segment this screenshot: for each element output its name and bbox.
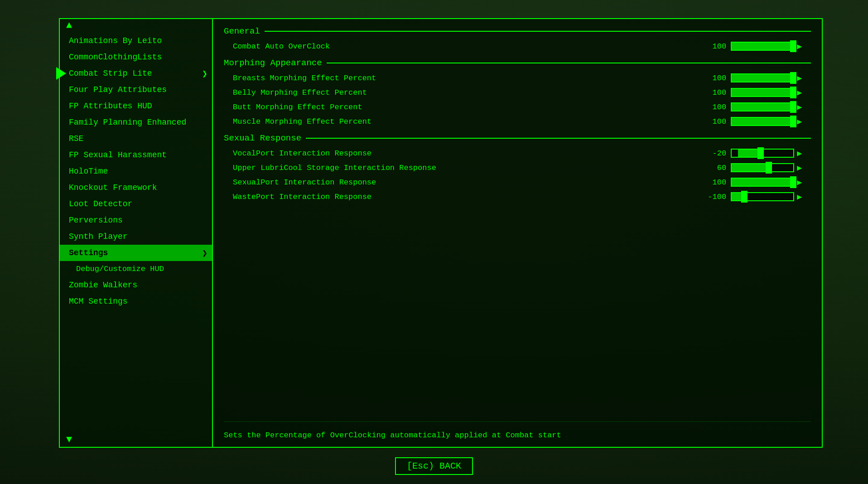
sidebar-item-mcm-settings[interactable]: MCM Settings [60, 293, 212, 310]
setting-value-combat-overclock: 100 [704, 42, 726, 51]
setting-value-sexual-port: 100 [704, 178, 726, 187]
slider-track-lubri-cool[interactable] [731, 163, 794, 172]
slider-combat-overclock[interactable]: ▶ [731, 41, 802, 51]
slider-thumb-muscle-morph [790, 116, 796, 127]
slider-track-breasts-morph[interactable] [731, 73, 794, 82]
setting-label-lubri-cool: Upper LubriCool Storage Interaction Resp… [233, 164, 699, 172]
slider-vocal-port[interactable]: ▶ [731, 148, 802, 158]
setting-row-vocal-port: VocalPort Interaction Response -20 ▶ [224, 146, 811, 160]
slider-thumb-combat-overclock [790, 40, 796, 52]
slider-lubri-cool[interactable]: ▶ [731, 163, 802, 173]
setting-value-muscle-morph: 100 [704, 117, 726, 126]
slider-breasts-morph[interactable]: ▶ [731, 73, 802, 83]
slider-arrow-right-breasts-morph: ▶ [797, 73, 802, 83]
slider-track-belly-morph[interactable] [731, 88, 794, 97]
setting-label-belly-morph: Belly Morphing Effect Percent [233, 88, 699, 97]
slider-fill-sexual-port [732, 179, 793, 186]
section-title-sexual-response: Sexual Response [224, 133, 301, 143]
section-title-morphing: Morphing Appearance [224, 58, 322, 68]
setting-row-breasts-morph: Breasts Morphing Effect Percent 100 ▶ [224, 71, 811, 85]
back-button[interactable]: [Esc) BACK [395, 457, 473, 475]
setting-value-lubri-cool: 60 [704, 164, 726, 172]
slider-arrow-right-combat-overclock: ▶ [797, 41, 802, 51]
sidebar-item-zombie-walkers[interactable]: Zombie Walkers [60, 277, 212, 293]
sidebar-item-four-play[interactable]: Four Play Attributes [60, 82, 212, 98]
slider-fill-belly-morph [732, 89, 793, 96]
setting-row-combat-overclock: Combat Auto OverClock 100 ▶ [224, 39, 811, 53]
setting-label-muscle-morph: Muscle Morphing Effect Percent [233, 117, 699, 126]
sidebar-item-common-clothing[interactable]: CommonClothingLists [60, 49, 212, 65]
slider-fill-combat-overclock [732, 43, 793, 50]
section-line-morphing [327, 63, 811, 63]
slider-track-muscle-morph[interactable] [731, 117, 794, 126]
sidebar-item-settings[interactable]: Settings [60, 245, 212, 261]
setting-label-butt-morph: Butt Morphing Effect Percent [233, 103, 699, 111]
slider-arrow-right-belly-morph: ▶ [797, 87, 802, 97]
slider-track-sexual-port[interactable] [731, 178, 794, 187]
slider-track-waste-port[interactable] [731, 192, 794, 201]
slider-thumb-vocal-port [757, 147, 764, 159]
section-header-morphing: Morphing Appearance [224, 58, 811, 68]
bottom-bar: [Esc) BACK [395, 457, 473, 475]
slider-thumb-butt-morph [790, 101, 796, 113]
slider-track-combat-overclock[interactable] [731, 42, 794, 51]
nav-items: Animations By Leito CommonClothingLists … [60, 33, 212, 433]
description-text: Sets the Percentage of OverClocking auto… [224, 426, 561, 444]
sidebar-item-animations[interactable]: Animations By Leito [60, 33, 212, 49]
slider-fill-breasts-morph [732, 74, 793, 82]
slider-arrow-right-muscle-morph: ▶ [797, 116, 802, 126]
sidebar-item-combat-strip[interactable]: Combat Strip Lite [60, 65, 212, 82]
setting-value-belly-morph: 100 [704, 88, 726, 97]
setting-label-waste-port: WastePort Interaction Response [233, 193, 699, 201]
setting-row-waste-port: WastePort Interaction Response -100 ▶ [224, 189, 811, 204]
slider-thumb-lubri-cool [766, 162, 772, 174]
section-title-general: General [224, 26, 260, 36]
scroll-down-arrow[interactable]: ▼ [60, 433, 212, 447]
right-panel: General Combat Auto OverClock 100 ▶ Morp… [213, 18, 823, 448]
slider-fill-lubri-cool [732, 164, 769, 171]
setting-row-butt-morph: Butt Morphing Effect Percent 100 ▶ [224, 100, 811, 114]
slider-thumb-sexual-port [790, 176, 796, 188]
slider-fill-butt-morph [732, 103, 793, 111]
slider-thumb-belly-morph [790, 87, 796, 98]
sidebar-item-debug-hud[interactable]: Debug/Customize HUD [60, 261, 212, 277]
setting-row-muscle-morph: Muscle Morphing Effect Percent 100 ▶ [224, 114, 811, 129]
slider-thumb-breasts-morph [790, 72, 796, 84]
slider-arrow-right-butt-morph: ▶ [797, 102, 802, 112]
sidebar-item-rse[interactable]: RSE [60, 131, 212, 147]
slider-arrow-right-lubri-cool: ▶ [797, 163, 802, 173]
cursor-arrow [56, 67, 66, 80]
slider-waste-port[interactable]: ▶ [731, 192, 802, 202]
slider-sexual-port[interactable]: ▶ [731, 177, 802, 187]
description-area: Sets the Percentage of OverClocking auto… [224, 421, 811, 440]
sidebar-item-fp-hud[interactable]: FP Attributes HUD [60, 98, 212, 114]
setting-value-vocal-port: -20 [704, 149, 726, 158]
slider-fill-muscle-morph [732, 118, 793, 125]
slider-track-vocal-port[interactable] [731, 149, 794, 158]
sidebar-item-family-planning[interactable]: Family Planning Enhanced [60, 114, 212, 131]
sidebar-item-loot-detector[interactable]: Loot Detector [60, 196, 212, 212]
setting-label-breasts-morph: Breasts Morphing Effect Percent [233, 74, 699, 82]
setting-label-combat-overclock: Combat Auto OverClock [233, 42, 699, 51]
slider-arrow-right-waste-port: ▶ [797, 192, 802, 202]
slider-arrow-right-vocal-port: ▶ [797, 148, 802, 158]
section-line-general [265, 31, 811, 32]
setting-label-vocal-port: VocalPort Interaction Response [233, 149, 699, 158]
sidebar-item-holo-time[interactable]: HoloTime [60, 163, 212, 179]
slider-butt-morph[interactable]: ▶ [731, 102, 802, 112]
sidebar-item-fp-harassment[interactable]: FP Sexual Harassment [60, 147, 212, 163]
slider-belly-morph[interactable]: ▶ [731, 87, 802, 97]
slider-track-butt-morph[interactable] [731, 102, 794, 111]
section-header-sexual-response: Sexual Response [224, 133, 811, 143]
setting-label-sexual-port: SexualPort Interaction Response [233, 178, 699, 187]
sidebar-item-knockout[interactable]: Knockout Framework [60, 179, 212, 196]
setting-value-butt-morph: 100 [704, 103, 726, 111]
scroll-up-arrow[interactable]: ▲ [60, 19, 212, 33]
slider-thumb-waste-port [741, 191, 747, 203]
sidebar-item-perversions[interactable]: Perversions [60, 212, 212, 228]
setting-row-lubri-cool: Upper LubriCool Storage Interaction Resp… [224, 160, 811, 175]
slider-muscle-morph[interactable]: ▶ [731, 116, 802, 126]
section-line-sexual-response [306, 138, 811, 139]
sidebar-item-synth-player[interactable]: Synth Player [60, 228, 212, 245]
setting-row-sexual-port: SexualPort Interaction Response 100 ▶ [224, 175, 811, 189]
